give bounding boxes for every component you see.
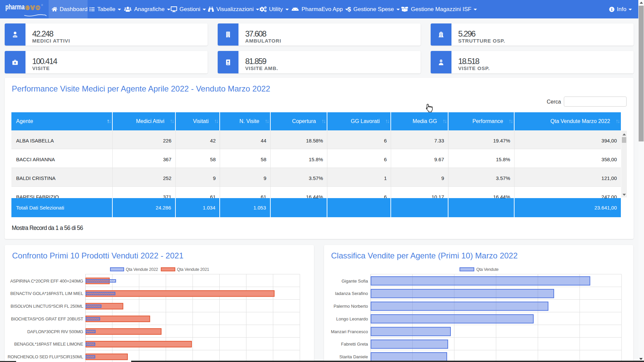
svg-text:Gigante Sofia: Gigante Sofia xyxy=(341,279,368,284)
svg-text:ASPIRINA C*20CPR EFF 400+240MG: ASPIRINA C*20CPR EFF 400+240MG xyxy=(10,279,83,284)
svg-text:RONCHENOLO SED FLUI*SCIR150ML: RONCHENOLO SED FLUI*SCIR150ML xyxy=(8,354,83,359)
svg-text:BENAGOL*16PAST MIELE LIMONE: BENAGOL*16PAST MIELE LIMONE xyxy=(14,342,83,347)
svg-text:DAFLON*30CPR RIV 500MG: DAFLON*30CPR RIV 500MG xyxy=(27,329,83,334)
svg-text:Starita Daniele: Starita Daniele xyxy=(339,354,368,359)
svg-text:BISOLVON LINCTUS*SCIR FL 250ML: BISOLVON LINCTUS*SCIR FL 250ML xyxy=(10,304,83,309)
svg-text:Qta Vendute: Qta Vendute xyxy=(476,267,499,272)
svg-text:Qta Vendute 2021: Qta Vendute 2021 xyxy=(177,267,209,272)
svg-text:Iadanza Serafino: Iadanza Serafino xyxy=(335,291,368,296)
svg-text:Palermo Norberto: Palermo Norberto xyxy=(333,304,368,309)
svg-text:BIOCHETASI*OS GRAT EFF 20BUST: BIOCHETASI*OS GRAT EFF 20BUST xyxy=(11,316,84,321)
svg-text:BENACTIV GOLA*16PASTL LIM MIEL: BENACTIV GOLA*16PASTL LIM MIEL xyxy=(10,291,83,296)
svg-text:Fabretti Greta: Fabretti Greta xyxy=(341,342,368,347)
svg-text:Manzari Francesco: Manzari Francesco xyxy=(331,329,368,334)
svg-text:Longo Leonardo: Longo Leonardo xyxy=(336,316,368,321)
svg-text:Qta Vendute 2022: Qta Vendute 2022 xyxy=(126,267,158,272)
